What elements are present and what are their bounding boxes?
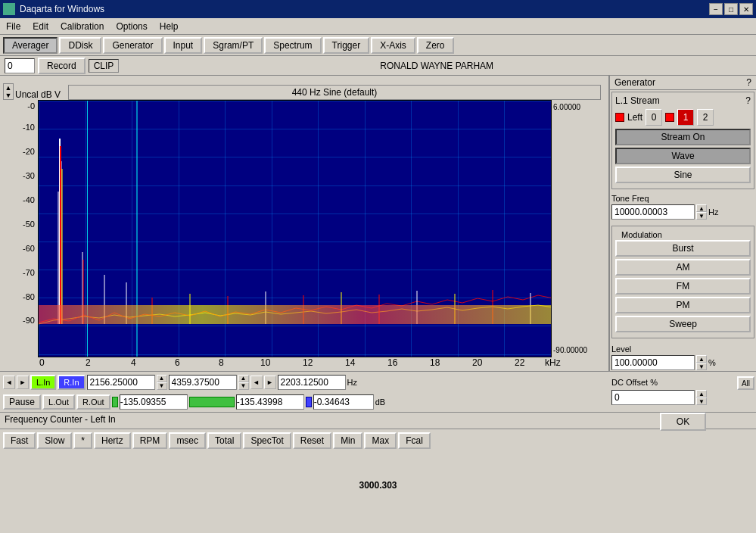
fast-button[interactable]: Fast [3, 432, 36, 449]
lout-button[interactable]: L.Out [42, 394, 75, 410]
stream-on-button[interactable]: Stream On [615, 129, 751, 145]
spectrum-plot[interactable] [38, 100, 552, 357]
spectrum-svg [39, 101, 551, 357]
menu-edit[interactable]: Edit [26, 18, 54, 34]
x-tick-2: 2 [86, 357, 91, 368]
max-button[interactable]: Max [364, 432, 397, 449]
freq1-spinners: ▲ ▼ [157, 375, 167, 390]
freq2-input[interactable] [169, 375, 237, 390]
all-button[interactable]: All [737, 376, 754, 390]
rout-button[interactable]: R.Out [76, 394, 110, 410]
pm-button[interactable]: PM [615, 297, 751, 313]
ch-2-button[interactable]: 2 [697, 109, 714, 126]
freq3-input[interactable] [278, 375, 346, 390]
level-spin-down[interactable]: ▼ [696, 363, 707, 370]
generator-help[interactable]: ? [746, 77, 751, 88]
db2-input[interactable] [236, 394, 304, 410]
tone-freq-input[interactable] [611, 204, 695, 220]
lin-button[interactable]: L.In [30, 375, 56, 390]
y-tick-2: -20 [23, 147, 35, 156]
msec-button[interactable]: msec [169, 432, 206, 449]
total-button[interactable]: Total [207, 432, 241, 449]
x-axis: 0 2 4 6 8 10 12 14 16 18 20 22 kHz [0, 357, 608, 371]
tab-averager[interactable]: Averager [3, 37, 58, 54]
status-bar: Frequency Counter - Left In [0, 412, 756, 429]
db3-input[interactable] [313, 394, 374, 410]
tab-generator[interactable]: Generator [103, 37, 162, 54]
freq2-spin-up[interactable]: ▲ [238, 375, 249, 382]
x-tick-14: 14 [345, 357, 355, 368]
cursor-right-button[interactable]: ► [264, 376, 276, 389]
stream-panel: L.1 Stream ? Left 0 1 2 Stream On Wave S… [611, 92, 754, 189]
ok-button[interactable]: OK [660, 413, 706, 431]
y-scroll[interactable]: ▲ ▼ [3, 83, 14, 100]
y-tick-6: -60 [23, 244, 35, 253]
menu-calibration[interactable]: Calibration [54, 18, 110, 34]
rin-button[interactable]: R.In [58, 375, 85, 390]
db1-input[interactable] [120, 394, 188, 410]
sweep-button[interactable]: Sweep [615, 316, 751, 332]
right-values: 6.00000 -90.00000 [552, 100, 608, 357]
record-button[interactable]: Record [38, 58, 86, 74]
rpm-button[interactable]: RPM [132, 432, 168, 449]
dc-offset-input[interactable] [611, 390, 695, 405]
reset-button[interactable]: Reset [293, 432, 331, 449]
hz-label: Hz [347, 378, 357, 387]
tab-spectrum[interactable]: Spectrum [264, 37, 321, 54]
am-button[interactable]: AM [615, 259, 751, 276]
freq1-spin-up[interactable]: ▲ [157, 375, 167, 382]
freq2-spin-down[interactable]: ▼ [238, 382, 249, 390]
scroll-left-button[interactable]: ◄ [3, 376, 15, 389]
menu-file[interactable]: File [0, 18, 26, 34]
spectot-button[interactable]: SpecTot [243, 432, 291, 449]
freq1-input[interactable] [87, 375, 155, 390]
minimize-button[interactable]: − [709, 3, 723, 15]
maximize-button[interactable]: □ [724, 3, 738, 15]
cursor-left-button[interactable]: ◄ [250, 376, 263, 389]
level-input[interactable] [611, 355, 695, 370]
tone-input-row: ▲ ▼ Hz [611, 204, 754, 220]
pause-button[interactable]: Pause [3, 394, 41, 410]
x-tick-6: 6 [175, 357, 180, 368]
ch-0-button[interactable]: 0 [646, 109, 662, 126]
wave-button[interactable]: Wave [615, 148, 751, 164]
menu-help[interactable]: Help [154, 18, 185, 34]
min-button[interactable]: Min [333, 432, 362, 449]
x-tick-16: 16 [387, 357, 397, 368]
freq1-spin-down[interactable]: ▼ [157, 382, 167, 390]
chart-container: ▲ ▼ Uncal dB V 440 Hz Sine (default) -0 … [0, 76, 608, 371]
tab-zero[interactable]: Zero [417, 37, 454, 54]
menu-options[interactable]: Options [110, 18, 153, 34]
x-tick-22: 22 [515, 357, 524, 368]
y-tick-7: -70 [23, 268, 35, 277]
tab-xaxis[interactable]: X-Axis [371, 37, 415, 54]
record-value-input[interactable] [5, 58, 35, 73]
tab-trigger[interactable]: Trigger [323, 37, 370, 54]
bottom-controls: Fast Slow * Hertz RPM msec Total SpecTot… [0, 429, 756, 451]
fm-button[interactable]: FM [615, 278, 751, 295]
sine-button[interactable]: Sine [615, 167, 751, 183]
star-button[interactable]: * [73, 432, 92, 449]
tone-spinners: ▲ ▼ [696, 204, 707, 220]
fcal-button[interactable]: Fcal [398, 432, 431, 449]
dc-spin-up[interactable]: ▲ [696, 390, 707, 397]
dc-offset-section: DC Offset % All ▲ ▼ [611, 376, 754, 405]
close-button[interactable]: ✕ [739, 3, 753, 15]
tone-spin-up[interactable]: ▲ [696, 204, 707, 212]
tab-input[interactable]: Input [164, 37, 203, 54]
ch-1-button[interactable]: 1 [677, 109, 694, 126]
tone-freq-section: Tone Freq ▲ ▼ Hz [611, 194, 754, 220]
dc-spin-down[interactable]: ▼ [696, 397, 707, 405]
level-spin-up[interactable]: ▲ [696, 355, 707, 363]
slow-button[interactable]: Slow [37, 432, 72, 449]
status-text: Frequency Counter - Left In [5, 414, 116, 425]
scroll-right-button[interactable]: ► [17, 376, 29, 389]
tab-ddisk[interactable]: DDisk [59, 37, 101, 54]
dc-offset-label: DC Offset % [611, 378, 658, 387]
tone-spin-down[interactable]: ▼ [696, 212, 707, 220]
hertz-button[interactable]: Hertz [94, 432, 131, 449]
tab-sgram[interactable]: Sgram/PT [204, 37, 263, 54]
x-tick-12: 12 [303, 357, 313, 368]
burst-button[interactable]: Burst [615, 240, 751, 257]
stream-help[interactable]: ? [745, 95, 751, 106]
